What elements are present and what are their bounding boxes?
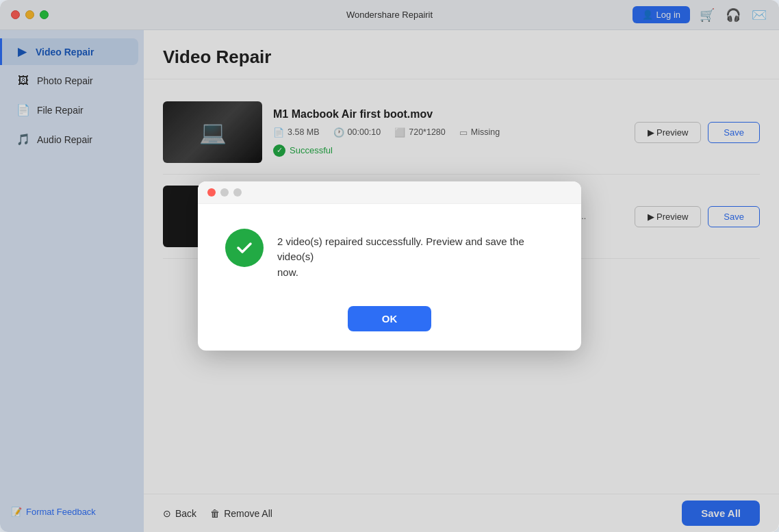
modal-maximize-button[interactable] — [233, 188, 242, 197]
modal-close-button[interactable] — [207, 188, 216, 197]
modal-success-icon — [225, 229, 264, 267]
modal-message: 2 video(s) repaired successfully. Previe… — [277, 229, 554, 281]
modal-titlebar — [198, 181, 581, 204]
ok-button[interactable]: OK — [348, 306, 432, 331]
modal-dialog: 2 video(s) repaired successfully. Previe… — [198, 181, 581, 351]
app-window: Wondershare Repairit 👤 Log in 🛒 🎧 ✉️ ▶ V… — [0, 0, 779, 532]
modal-footer: OK — [198, 299, 581, 351]
modal-minimize-button[interactable] — [220, 188, 229, 197]
modal-overlay: 2 video(s) repaired successfully. Previe… — [0, 0, 779, 532]
modal-body: 2 video(s) repaired successfully. Previe… — [198, 204, 581, 300]
checkmark-icon — [234, 238, 255, 258]
